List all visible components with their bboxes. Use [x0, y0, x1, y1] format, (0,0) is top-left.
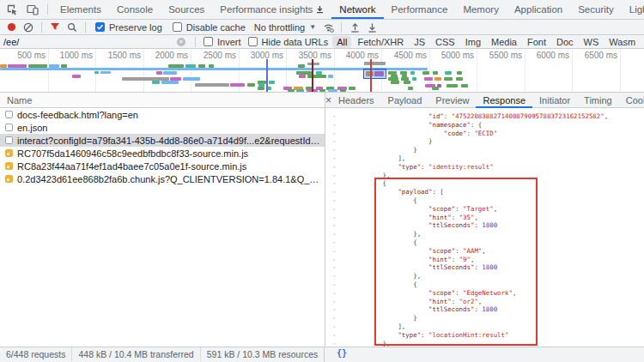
- request-row[interactable]: en.json: [0, 121, 325, 134]
- filter-type-img[interactable]: Img: [461, 36, 485, 48]
- fold-marker-icon[interactable]: -: [332, 298, 336, 306]
- fold-marker-icon[interactable]: -: [332, 340, 336, 347]
- fold-marker-icon[interactable]: -: [332, 154, 336, 163]
- fold-marker-icon[interactable]: -: [332, 221, 336, 230]
- detail-tab-payload[interactable]: Payload: [381, 93, 429, 108]
- checkbox-empty-icon: [204, 37, 213, 46]
- json-token: {: [413, 281, 416, 288]
- filter-type-all[interactable]: All: [332, 36, 351, 48]
- search-icon[interactable]: [64, 21, 81, 34]
- request-row[interactable]: RC8a23f44aa71f4ef1ad4baee7c05a0e1f-sourc…: [0, 160, 325, 172]
- overview-selection-box[interactable]: [363, 69, 386, 79]
- json-token: "namespace": [428, 121, 471, 129]
- json-token: :: [452, 298, 459, 305]
- filter-type-wasm[interactable]: Wasm: [605, 36, 640, 48]
- request-name: interact?configId=a79fa341-435b-4dd8-86e…: [17, 136, 325, 146]
- response-code: "ttlSeconds": 1800: [428, 263, 497, 272]
- waterfall-bar: [461, 84, 468, 87]
- tab-performance[interactable]: Performance: [384, 0, 456, 19]
- request-row[interactable]: interact?configId=a79fa341-435b-4dd8-86e…: [0, 134, 325, 147]
- fold-marker-icon[interactable]: -: [332, 130, 336, 138]
- tab-elements[interactable]: Elements: [52, 0, 109, 19]
- fold-marker-icon[interactable]: -: [332, 112, 336, 121]
- fold-marker-icon[interactable]: -: [332, 323, 336, 331]
- response-code: },: [413, 230, 421, 238]
- clear-filter-icon[interactable]: ✕: [177, 38, 185, 46]
- filter-type-font[interactable]: Font: [523, 36, 550, 48]
- filter-icon[interactable]: [46, 21, 64, 34]
- fold-marker-icon[interactable]: -: [332, 247, 336, 256]
- fold-marker-icon[interactable]: -: [332, 305, 336, 314]
- network-overview-timeline[interactable]: 500 ms1000 ms1500 ms2000 ms2500 ms3000 m…: [0, 49, 644, 93]
- invert-checkbox[interactable]: Invert: [204, 37, 241, 47]
- detail-tab-response[interactable]: Response: [476, 93, 532, 108]
- tab-performance-insights[interactable]: Performance insights: [212, 0, 331, 19]
- tab-memory[interactable]: Memory: [455, 0, 507, 19]
- fold-marker-icon[interactable]: -: [332, 205, 336, 214]
- request-row[interactable]: 0.2d3423d61ee868b2fa6b.chunk.js?Q_CLIENT…: [0, 172, 325, 185]
- network-conditions-icon[interactable]: [319, 21, 337, 34]
- clear-network-log-icon[interactable]: [20, 21, 37, 34]
- detail-tab-headers[interactable]: Headers: [331, 93, 381, 108]
- tab-network[interactable]: Network: [331, 0, 383, 19]
- export-har-icon[interactable]: [363, 21, 380, 34]
- waterfall-bar: [307, 63, 319, 65]
- fold-marker-icon[interactable]: -: [332, 281, 336, 289]
- detail-tab-cookies[interactable]: Cookies: [619, 93, 644, 108]
- hide-data-urls-checkbox[interactable]: Hide data URLs: [248, 37, 329, 47]
- json-token: "AAM": [463, 247, 482, 255]
- device-toolbar-icon[interactable]: [22, 0, 43, 19]
- filter-type-fetch-xhr[interactable]: Fetch/XHR: [353, 36, 408, 48]
- response-code: "code": "ECID": [444, 130, 497, 138]
- filter-type-css[interactable]: CSS: [431, 36, 459, 48]
- fold-marker-icon[interactable]: -: [332, 179, 336, 188]
- fold-marker-icon[interactable]: -: [332, 331, 336, 340]
- fold-marker-icon[interactable]: -: [332, 146, 336, 154]
- filter-type-doc[interactable]: Doc: [552, 36, 578, 48]
- json-token: "scope": [428, 205, 455, 213]
- import-har-icon[interactable]: [346, 21, 363, 34]
- close-detail-icon[interactable]: ×: [325, 94, 331, 106]
- fold-marker-icon[interactable]: -: [332, 188, 336, 196]
- request-name: RC707f5da1460946c58c9eedbfbdbc8f33-sourc…: [17, 148, 248, 159]
- filter-input[interactable]: /ee/ ✕: [3, 37, 191, 47]
- fold-marker-icon[interactable]: -: [332, 121, 336, 130]
- tab-console[interactable]: Console: [109, 0, 161, 19]
- request-row[interactable]: RC707f5da1460946c58c9eedbfbdbc8f33-sourc…: [0, 147, 325, 160]
- request-row[interactable]: docs-feedback.html?lang=en: [0, 108, 325, 121]
- fold-marker-icon[interactable]: -: [332, 163, 336, 172]
- throttling-select[interactable]: No throttling ▼: [254, 22, 316, 33]
- json-token: :: [474, 305, 482, 313]
- json-token: :: [452, 256, 459, 263]
- tab-sources[interactable]: Sources: [161, 0, 212, 19]
- tab-security[interactable]: Security: [570, 0, 622, 19]
- filter-type-ws[interactable]: WS: [580, 36, 604, 48]
- fold-marker-icon[interactable]: -: [332, 256, 336, 264]
- fold-marker-icon[interactable]: -: [332, 172, 336, 180]
- fold-marker-icon[interactable]: -: [332, 196, 336, 205]
- disable-cache-checkbox[interactable]: Disable cache: [173, 22, 246, 33]
- fold-marker-icon[interactable]: -: [332, 214, 336, 222]
- fold-marker-icon[interactable]: -: [332, 137, 336, 146]
- fold-marker-icon[interactable]: -: [332, 263, 336, 272]
- detail-tab-timing[interactable]: Timing: [577, 93, 619, 108]
- detail-tab-initiator[interactable]: Initiator: [532, 93, 577, 108]
- inspect-element-icon[interactable]: [2, 0, 22, 19]
- fold-marker-icon[interactable]: -: [332, 230, 336, 238]
- summary-segment: 448 kB / 10.4 MB transferred: [72, 347, 200, 361]
- tab-lighthouse[interactable]: Lighthouse: [622, 0, 644, 19]
- fold-marker-icon[interactable]: -: [332, 314, 336, 323]
- filter-type-media[interactable]: Media: [487, 36, 521, 48]
- filter-type-js[interactable]: JS: [410, 36, 429, 48]
- fold-marker-icon[interactable]: -: [332, 289, 336, 298]
- tab-label: Elements: [60, 0, 101, 19]
- fold-marker-icon[interactable]: -: [332, 272, 336, 281]
- format-pretty-print-icon[interactable]: {}: [337, 348, 347, 358]
- record-network-log-icon[interactable]: [3, 21, 20, 34]
- document-file-icon: [5, 111, 13, 118]
- detail-tab-preview[interactable]: Preview: [428, 93, 476, 108]
- tab-application[interactable]: Application: [507, 0, 570, 19]
- preserve-log-checkbox[interactable]: Preserve log: [95, 22, 162, 33]
- fold-marker-icon[interactable]: -: [332, 238, 336, 247]
- name-column-header[interactable]: Name: [0, 93, 325, 108]
